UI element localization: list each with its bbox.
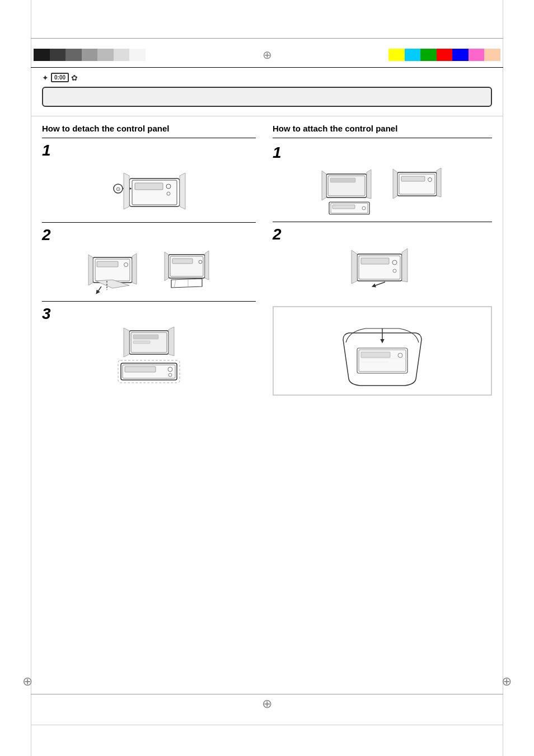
svg-rect-21 bbox=[133, 335, 158, 339]
swatch-pink bbox=[469, 49, 485, 61]
swatch-yellow bbox=[388, 49, 405, 61]
step2-detach-divider bbox=[42, 222, 256, 223]
svg-line-17 bbox=[174, 280, 176, 288]
swatch-mid-gray bbox=[82, 49, 98, 61]
detach-step3-image bbox=[42, 325, 256, 387]
display-icon: 0:00 bbox=[51, 73, 69, 82]
svg-rect-31 bbox=[330, 178, 355, 182]
margin-line-right bbox=[503, 0, 503, 756]
attach-step1-number: 1 bbox=[273, 144, 492, 162]
detach-step1-image: ⊙ bbox=[42, 162, 256, 218]
svg-rect-10 bbox=[97, 261, 118, 267]
svg-rect-34 bbox=[332, 205, 355, 209]
detach-step2a-svg bbox=[82, 246, 154, 297]
detach-step2-image bbox=[42, 246, 256, 297]
svg-rect-15 bbox=[172, 259, 193, 264]
bottom-crosshair-right: ⊕ bbox=[502, 674, 512, 689]
attach-step2-number: 2 bbox=[273, 226, 492, 243]
step2-attach-divider bbox=[273, 222, 492, 222]
detach-step3-number: 3 bbox=[42, 305, 256, 323]
two-column-layout: How to detach the control panel 1 bbox=[42, 123, 492, 396]
margin-line-left bbox=[31, 0, 31, 756]
bottom-crosshair-left: ⊕ bbox=[22, 674, 32, 689]
icon-row: ✦ 0:00 ✿ bbox=[42, 73, 78, 82]
swatch-peach bbox=[484, 49, 500, 61]
swatch-dark-gray bbox=[50, 49, 66, 61]
swatch-light-gray bbox=[97, 49, 114, 61]
detach-step2-number: 2 bbox=[42, 226, 256, 244]
svg-rect-47 bbox=[361, 352, 390, 358]
divider-after-banner bbox=[31, 116, 503, 116]
note-illustration-svg bbox=[326, 312, 438, 390]
gear-icon: ✿ bbox=[71, 73, 78, 82]
detach-step1-svg: ⊙ bbox=[101, 162, 196, 218]
center-crosshair: ⊕ bbox=[146, 48, 388, 62]
detach-section: How to detach the control panel 1 bbox=[42, 123, 267, 396]
svg-rect-25 bbox=[125, 367, 156, 372]
attach-step1b-svg bbox=[391, 164, 447, 217]
step1-detach-divider bbox=[42, 138, 256, 138]
attach-title: How to attach the control panel bbox=[273, 123, 492, 134]
svg-rect-38 bbox=[401, 176, 425, 181]
content-banner bbox=[42, 87, 492, 107]
swatch-red bbox=[437, 49, 453, 61]
attach-step1-image bbox=[273, 164, 492, 217]
top-bar-area: ⊕ bbox=[0, 45, 534, 65]
attach-step2-image bbox=[273, 246, 492, 302]
attach-step1a-svg bbox=[318, 164, 385, 217]
swatch-black bbox=[34, 49, 50, 61]
bottom-separator-line bbox=[31, 694, 503, 694]
svg-rect-42 bbox=[361, 258, 389, 264]
swatch-blue bbox=[452, 49, 469, 61]
bottom-crosshair-center: ⊕ bbox=[262, 697, 272, 711]
main-content: How to detach the control panel 1 bbox=[42, 123, 492, 396]
step3-detach-divider bbox=[42, 301, 256, 302]
attach-section: How to attach the control panel 1 bbox=[267, 123, 492, 396]
top-separator-line bbox=[31, 38, 503, 39]
svg-rect-2 bbox=[135, 183, 163, 190]
svg-text:⊙: ⊙ bbox=[116, 186, 120, 192]
attach-step2-svg bbox=[343, 246, 421, 302]
second-separator-line bbox=[31, 67, 503, 68]
detach-step2b-svg bbox=[160, 246, 216, 297]
swatch-very-light-gray bbox=[114, 49, 130, 61]
bottom-page-line bbox=[31, 725, 503, 725]
grayscale-bar bbox=[34, 49, 146, 61]
color-bar bbox=[388, 49, 500, 61]
svg-rect-22 bbox=[133, 341, 150, 344]
attach-top-divider bbox=[273, 138, 492, 138]
detach-step3-svg bbox=[99, 325, 199, 387]
swatch-cyan bbox=[405, 49, 421, 61]
detach-step1-number: 1 bbox=[42, 142, 256, 159]
star-icon: ✦ bbox=[42, 73, 49, 82]
detach-title: How to detach the control panel bbox=[42, 123, 256, 134]
swatch-gray bbox=[65, 49, 82, 61]
swatch-green bbox=[420, 49, 437, 61]
swatch-near-white bbox=[129, 49, 146, 61]
note-box bbox=[273, 306, 492, 396]
